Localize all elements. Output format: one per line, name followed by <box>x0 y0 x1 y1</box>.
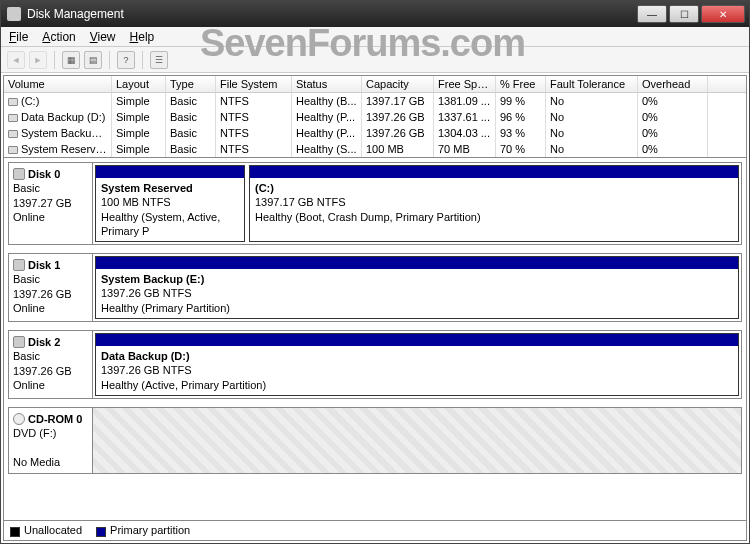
disk-icon <box>13 168 25 180</box>
col-status[interactable]: Status <box>292 76 362 92</box>
disk-info[interactable]: CD-ROM 0DVD (F:)No Media <box>9 408 93 473</box>
disk-entry: Disk 1Basic1397.26 GBOnlineSystem Backup… <box>8 253 742 322</box>
volume-table: Volume Layout Type File System Status Ca… <box>4 76 746 158</box>
col-layout[interactable]: Layout <box>112 76 166 92</box>
drive-icon <box>8 98 18 106</box>
app-icon <box>7 7 21 21</box>
partition[interactable]: Data Backup (D:)1397.26 GB NTFSHealthy (… <box>95 333 739 396</box>
disk-icon <box>13 336 25 348</box>
disk-info[interactable]: Disk 2Basic1397.26 GBOnline <box>9 331 93 398</box>
menu-help[interactable]: Help <box>130 30 155 44</box>
menu-view[interactable]: View <box>90 30 116 44</box>
partition-container <box>93 408 741 473</box>
col-filesystem[interactable]: File System <box>216 76 292 92</box>
partition-container: System Reserved100 MB NTFSHealthy (Syste… <box>93 163 741 244</box>
partition-bar <box>96 257 738 269</box>
col-pctfree[interactable]: % Free <box>496 76 546 92</box>
minimize-button[interactable]: — <box>637 5 667 23</box>
content-area: Volume Layout Type File System Status Ca… <box>3 75 747 541</box>
table-row[interactable]: System ReservedSimpleBasicNTFSHealthy (S… <box>4 141 746 157</box>
col-overhead[interactable]: Overhead <box>638 76 708 92</box>
partition[interactable]: System Reserved100 MB NTFSHealthy (Syste… <box>95 165 245 242</box>
partition[interactable]: (C:)1397.17 GB NTFSHealthy (Boot, Crash … <box>249 165 739 242</box>
partition-bar <box>96 166 244 178</box>
volume-table-body: (C:)SimpleBasicNTFSHealthy (B...1397.17 … <box>4 93 746 157</box>
drive-icon <box>8 130 18 138</box>
menu-action[interactable]: Action <box>42 30 75 44</box>
partition-container: System Backup (E:)1397.26 GB NTFSHealthy… <box>93 254 741 321</box>
table-row[interactable]: System Backup (E:)SimpleBasicNTFSHealthy… <box>4 125 746 141</box>
disk-info[interactable]: Disk 0Basic1397.27 GBOnline <box>9 163 93 244</box>
disk-icon <box>13 259 25 271</box>
legend: Unallocated Primary partition <box>4 520 746 540</box>
partition[interactable]: System Backup (E:)1397.26 GB NTFSHealthy… <box>95 256 739 319</box>
drive-icon <box>8 114 18 122</box>
toolbar: ◄ ► ▦ ▤ ? ☰ <box>1 47 749 73</box>
forward-button[interactable]: ► <box>29 51 47 69</box>
col-type[interactable]: Type <box>166 76 216 92</box>
toolbar-help[interactable]: ? <box>117 51 135 69</box>
disk-entry: CD-ROM 0DVD (F:)No Media <box>8 407 742 474</box>
volume-table-header: Volume Layout Type File System Status Ca… <box>4 76 746 93</box>
disk-entry: Disk 0Basic1397.27 GBOnlineSystem Reserv… <box>8 162 742 245</box>
back-button[interactable]: ◄ <box>7 51 25 69</box>
titlebar[interactable]: Disk Management — ☐ ✕ <box>1 1 749 27</box>
legend-primary: Primary partition <box>96 524 190 536</box>
table-row[interactable]: Data Backup (D:)SimpleBasicNTFSHealthy (… <box>4 109 746 125</box>
close-button[interactable]: ✕ <box>701 5 745 23</box>
toolbar-properties[interactable]: ☰ <box>150 51 168 69</box>
menubar: File Action View Help <box>1 27 749 47</box>
legend-unallocated: Unallocated <box>10 524 82 536</box>
col-volume[interactable]: Volume <box>4 76 112 92</box>
partition-bar <box>250 166 738 178</box>
toolbar-view1[interactable]: ▦ <box>62 51 80 69</box>
partition-container: Data Backup (D:)1397.26 GB NTFSHealthy (… <box>93 331 741 398</box>
col-freespace[interactable]: Free Spa... <box>434 76 496 92</box>
disk-management-window: Disk Management — ☐ ✕ File Action View H… <box>0 0 750 544</box>
window-controls: — ☐ ✕ <box>637 5 749 23</box>
disk-info[interactable]: Disk 1Basic1397.26 GBOnline <box>9 254 93 321</box>
cd-icon <box>13 413 25 425</box>
maximize-button[interactable]: ☐ <box>669 5 699 23</box>
window-title: Disk Management <box>27 7 637 21</box>
col-capacity[interactable]: Capacity <box>362 76 434 92</box>
disk-map-panel: Disk 0Basic1397.27 GBOnlineSystem Reserv… <box>4 158 746 520</box>
disk-entry: Disk 2Basic1397.26 GBOnlineData Backup (… <box>8 330 742 399</box>
toolbar-view2[interactable]: ▤ <box>84 51 102 69</box>
drive-icon <box>8 146 18 154</box>
col-fault[interactable]: Fault Tolerance <box>546 76 638 92</box>
partition-bar <box>96 334 738 346</box>
menu-file[interactable]: File <box>9 30 28 44</box>
table-row[interactable]: (C:)SimpleBasicNTFSHealthy (B...1397.17 … <box>4 93 746 109</box>
